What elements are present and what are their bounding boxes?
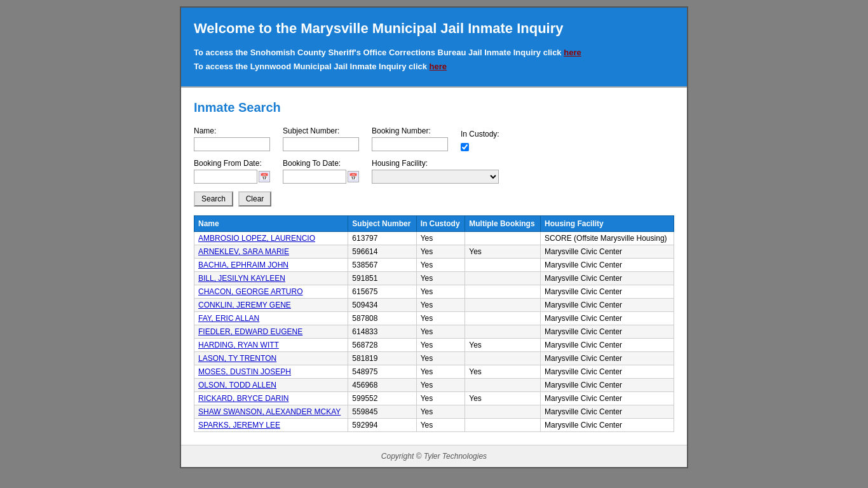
cell-subject: 614833 xyxy=(348,325,416,339)
cell-multiple: Yes xyxy=(465,365,541,379)
booking-number-input[interactable] xyxy=(372,137,448,151)
inmate-link[interactable]: AMBROSIO LOPEZ, LAURENCIO xyxy=(198,234,315,243)
inmate-search-title: Inmate Search xyxy=(194,100,674,115)
cell-custody: Yes xyxy=(416,339,465,352)
inmate-link[interactable]: CHACON, GEORGE ARTURO xyxy=(198,287,302,296)
results-table: Name Subject Number In Custody Multiple … xyxy=(194,215,674,432)
cell-multiple xyxy=(465,419,541,432)
booking-from-label: Booking From Date: xyxy=(194,159,270,168)
footer: Copyright © Tyler Technologies xyxy=(181,445,687,467)
cell-multiple: Yes xyxy=(465,245,541,259)
cell-name: FAY, ERIC ALLAN xyxy=(194,312,348,325)
booking-to-wrap: 📅 xyxy=(283,170,359,184)
clear-button[interactable]: Clear xyxy=(238,191,272,207)
cell-subject: 591851 xyxy=(348,272,416,285)
table-row: HARDING, RYAN WITT568728YesYesMarysville… xyxy=(194,339,674,352)
subject-number-input[interactable] xyxy=(283,137,359,151)
cell-facility: Marysville Civic Center xyxy=(541,405,674,419)
table-row: BACHIA, EPHRAIM JOHN538567YesMarysville … xyxy=(194,259,674,272)
table-row: LASON, TY TRENTON581819YesMarysville Civ… xyxy=(194,352,674,365)
cell-subject: 538567 xyxy=(348,259,416,272)
cell-name: AMBROSIO LOPEZ, LAURENCIO xyxy=(194,232,348,245)
cell-name: ARNEKLEV, SARA MARIE xyxy=(194,245,348,259)
cell-name: SPARKS, JEREMY LEE xyxy=(194,419,348,432)
cell-subject: 587808 xyxy=(348,312,416,325)
cell-multiple: Yes xyxy=(465,392,541,405)
housing-facility-label: Housing Facility: xyxy=(372,159,499,168)
col-subject: Subject Number xyxy=(348,216,416,232)
in-custody-checkbox[interactable] xyxy=(461,143,469,151)
lynnwood-link[interactable]: here xyxy=(430,62,447,71)
housing-facility-select[interactable]: Marysville Civic Center SCORE (Offsite M… xyxy=(372,170,499,184)
inmate-link[interactable]: LASON, TY TRENTON xyxy=(198,354,276,363)
cell-facility: Marysville Civic Center xyxy=(541,299,674,312)
cell-subject: 559845 xyxy=(348,405,416,419)
cell-custody: Yes xyxy=(416,405,465,419)
booking-to-input[interactable] xyxy=(283,170,346,184)
cell-facility: Marysville Civic Center xyxy=(541,312,674,325)
cell-custody: Yes xyxy=(416,312,465,325)
cell-name: BACHIA, EPHRAIM JOHN xyxy=(194,259,348,272)
cell-custody: Yes xyxy=(416,419,465,432)
cell-subject: 568728 xyxy=(348,339,416,352)
booking-from-calendar-icon[interactable]: 📅 xyxy=(259,171,270,182)
table-row: OLSON, TODD ALLEN456968YesMarysville Civ… xyxy=(194,379,674,392)
inmate-link[interactable]: SHAW SWANSON, ALEXANDER MCKAY xyxy=(198,407,341,416)
cell-subject: 548975 xyxy=(348,365,416,379)
cell-subject: 615675 xyxy=(348,285,416,299)
inmate-link[interactable]: ARNEKLEV, SARA MARIE xyxy=(198,247,289,256)
cell-facility: Marysville Civic Center xyxy=(541,339,674,352)
cell-subject: 599552 xyxy=(348,392,416,405)
inmate-link[interactable]: CONKLIN, JEREMY GENE xyxy=(198,301,291,309)
booking-from-input[interactable] xyxy=(194,170,257,184)
cell-name: HARDING, RYAN WITT xyxy=(194,339,348,352)
name-input[interactable] xyxy=(194,137,270,151)
inmate-link[interactable]: RICKARD, BRYCE DARIN xyxy=(198,394,288,403)
cell-custody: Yes xyxy=(416,392,465,405)
cell-facility: Marysville Civic Center xyxy=(541,365,674,379)
booking-to-label: Booking To Date: xyxy=(283,159,359,168)
cell-multiple: Yes xyxy=(465,339,541,352)
cell-facility: Marysville Civic Center xyxy=(541,272,674,285)
copyright-text: Copyright © Tyler Technologies xyxy=(381,452,487,461)
table-body: AMBROSIO LOPEZ, LAURENCIO613797YesSCORE … xyxy=(194,232,674,432)
inmate-link[interactable]: HARDING, RYAN WITT xyxy=(198,341,279,349)
cell-name: MOSES, DUSTIN JOSEPH xyxy=(194,365,348,379)
cell-facility: Marysville Civic Center xyxy=(541,259,674,272)
booking-to-group: Booking To Date: 📅 xyxy=(283,159,359,184)
booking-number-label: Booking Number: xyxy=(372,126,448,135)
cell-facility: Marysville Civic Center xyxy=(541,379,674,392)
cell-subject: 581819 xyxy=(348,352,416,365)
inmate-link[interactable]: FIEDLER, EDWARD EUGENE xyxy=(198,327,302,336)
col-facility: Housing Facility xyxy=(541,216,674,232)
cell-custody: Yes xyxy=(416,325,465,339)
cell-name: RICKARD, BRYCE DARIN xyxy=(194,392,348,405)
search-button[interactable]: Search xyxy=(194,191,233,207)
table-row: CHACON, GEORGE ARTURO615675YesMarysville… xyxy=(194,285,674,299)
cell-custody: Yes xyxy=(416,379,465,392)
inmate-link[interactable]: FAY, ERIC ALLAN xyxy=(198,314,259,323)
table-header-row: Name Subject Number In Custody Multiple … xyxy=(194,216,674,232)
cell-subject: 596614 xyxy=(348,245,416,259)
inmate-link[interactable]: MOSES, DUSTIN JOSEPH xyxy=(198,367,291,376)
table-row: FIEDLER, EDWARD EUGENE614833YesMarysvill… xyxy=(194,325,674,339)
snohomish-link[interactable]: here xyxy=(564,48,581,57)
inmate-link[interactable]: SPARKS, JEREMY LEE xyxy=(198,421,280,430)
cell-multiple xyxy=(465,405,541,419)
cell-multiple xyxy=(465,299,541,312)
table-row: ARNEKLEV, SARA MARIE596614YesYesMarysvil… xyxy=(194,245,674,259)
cell-multiple xyxy=(465,325,541,339)
cell-name: OLSON, TODD ALLEN xyxy=(194,379,348,392)
table-row: CONKLIN, JEREMY GENE509434YesMarysville … xyxy=(194,299,674,312)
cell-subject: 592994 xyxy=(348,419,416,432)
booking-to-calendar-icon[interactable]: 📅 xyxy=(348,171,359,182)
inmate-link[interactable]: BACHIA, EPHRAIM JOHN xyxy=(198,261,288,269)
cell-multiple xyxy=(465,232,541,245)
inmate-link[interactable]: OLSON, TODD ALLEN xyxy=(198,381,276,390)
cell-multiple xyxy=(465,312,541,325)
table-row: RICKARD, BRYCE DARIN599552YesYesMarysvil… xyxy=(194,392,674,405)
cell-facility: Marysville Civic Center xyxy=(541,352,674,365)
inmate-link[interactable]: BILL, JESILYN KAYLEEN xyxy=(198,274,285,283)
cell-custody: Yes xyxy=(416,285,465,299)
name-group: Name: xyxy=(194,126,270,151)
